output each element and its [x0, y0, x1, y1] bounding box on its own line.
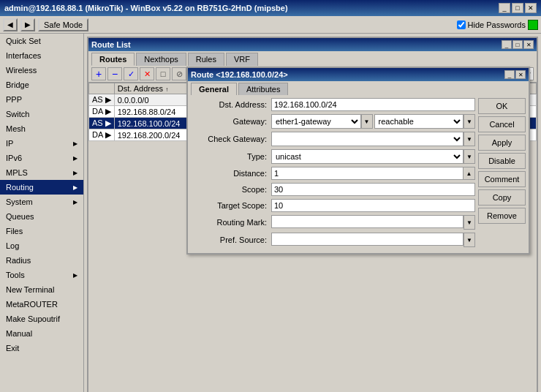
apply-button[interactable]: Apply: [478, 135, 526, 151]
sidebar-item-switch[interactable]: Switch: [0, 107, 83, 121]
sidebar-item-mpls[interactable]: MPLS ▶: [0, 165, 83, 180]
dialog-tab-attributes[interactable]: Attributes: [238, 83, 288, 95]
pref-source-label: Pref. Source:: [191, 235, 271, 244]
minimize-button[interactable]: _: [499, 3, 510, 13]
scope-label: Scope:: [191, 185, 271, 194]
sidebar-item-system[interactable]: System ▶: [0, 195, 83, 209]
title-bar: admin@192.168.88.1 (MikroTik) - WinBox v…: [0, 0, 541, 16]
route-dialog: Route <192.168.100.0/24> _ ✕ General Att…: [186, 67, 530, 255]
route-list-window-buttons: _ □ ✕: [502, 40, 534, 49]
sidebar: Quick Set Interfaces Wireless Bridge PPP…: [0, 34, 84, 392]
check-gateway-label: Check Gateway:: [191, 135, 271, 143]
sidebar-item-interfaces[interactable]: Interfaces: [0, 48, 83, 63]
sidebar-item-queues[interactable]: Queues: [0, 209, 83, 224]
sidebar-item-wireless[interactable]: Wireless: [0, 63, 83, 78]
sidebar-item-radius[interactable]: Radius: [0, 253, 83, 268]
gateway-state-dropdown-btn[interactable]: ▼: [464, 114, 475, 129]
sidebar-item-log[interactable]: Log: [0, 238, 83, 253]
route-dialog-tabs: General Attributes: [188, 81, 529, 95]
route-dialog-minimize[interactable]: _: [504, 70, 515, 79]
gateway-state-select[interactable]: reachable: [374, 114, 464, 129]
target-scope-input[interactable]: [271, 199, 475, 212]
distance-input[interactable]: [271, 167, 464, 180]
sidebar-label-ip: IP: [6, 139, 13, 148]
routing-mark-input[interactable]: [271, 215, 464, 228]
tab-rules[interactable]: Rules: [188, 53, 224, 66]
sidebar-item-ipv6[interactable]: IPv6 ▶: [0, 151, 83, 165]
sidebar-label-switch: Switch: [6, 110, 29, 118]
routing-mark-dropdown-btn[interactable]: ▼: [464, 215, 475, 230]
sidebar-item-exit[interactable]: Exit: [0, 341, 83, 355]
ok-button[interactable]: OK: [478, 98, 526, 114]
tab-routes[interactable]: Routes: [91, 53, 135, 66]
remove-button[interactable]: Remove: [478, 208, 526, 224]
dst-address-label: Dst. Address:: [191, 100, 271, 109]
filter-route-button[interactable]: ⊘: [172, 67, 186, 80]
sidebar-item-mesh[interactable]: Mesh: [0, 121, 83, 136]
sidebar-item-routing[interactable]: Routing ▶: [0, 180, 83, 195]
sidebar-label-interfaces: Interfaces: [6, 51, 41, 60]
tab-nexthops[interactable]: Nexthops: [136, 53, 186, 66]
sidebar-item-manual[interactable]: Manual: [0, 326, 83, 341]
hide-passwords-checkbox[interactable]: [457, 20, 466, 29]
sidebar-item-makesupoutrif[interactable]: Make Supoutrif: [0, 312, 83, 326]
sidebar-item-ip[interactable]: IP ▶: [0, 136, 83, 151]
route-list-maximize[interactable]: □: [512, 40, 523, 49]
gateway-dropdown-btn[interactable]: ▼: [361, 114, 373, 129]
gateway-group: ether1-gateway ▼ reachable ▼: [271, 114, 475, 129]
sidebar-item-bridge[interactable]: Bridge: [0, 78, 83, 92]
dialog-tab-general[interactable]: General: [191, 83, 237, 95]
disable-route-button[interactable]: ✕: [140, 67, 154, 80]
close-button[interactable]: ✕: [525, 3, 537, 13]
enable-route-button[interactable]: ✓: [124, 67, 138, 80]
type-select[interactable]: unicast: [271, 149, 464, 164]
gateway-select[interactable]: ether1-gateway: [271, 114, 361, 129]
back-button[interactable]: ◀: [3, 18, 18, 31]
scope-input[interactable]: [271, 183, 475, 196]
scope-row: Scope:: [191, 183, 475, 196]
row-type: AS ▶: [89, 118, 115, 129]
gateway-label: Gateway:: [191, 117, 271, 126]
sidebar-item-tools[interactable]: Tools ▶: [0, 268, 83, 282]
remove-route-button[interactable]: −: [107, 67, 122, 80]
sidebar-item-ppp[interactable]: PPP: [0, 92, 83, 107]
sidebar-label-metarouter: MetaROUTER: [6, 300, 58, 309]
title-buttons: _ □ ✕: [499, 3, 537, 13]
add-route-button[interactable]: +: [91, 67, 106, 80]
system-arrow: ▶: [73, 199, 77, 206]
route-list-close[interactable]: ✕: [523, 40, 534, 49]
row-type: AS ▶: [89, 94, 115, 106]
sidebar-item-newterminal[interactable]: New Terminal: [0, 282, 83, 297]
distance-spinner[interactable]: ▲: [464, 167, 475, 180]
check-gateway-select[interactable]: [271, 132, 464, 146]
pref-source-dropdown-btn[interactable]: ▼: [464, 233, 475, 247]
route-dialog-action-buttons: OK Cancel Apply Disable Comment Copy Rem…: [478, 98, 526, 250]
comment-button[interactable]: Comment: [478, 171, 526, 187]
ip-arrow: ▶: [73, 140, 77, 147]
col-type[interactable]: [89, 83, 115, 94]
distance-row: Distance: ▲: [191, 167, 475, 180]
copy-route-button[interactable]: □: [156, 67, 170, 80]
check-gateway-dropdown-btn[interactable]: ▼: [464, 132, 475, 146]
forward-button[interactable]: ▶: [20, 18, 35, 31]
route-list-title-bar: Route List _ □ ✕: [88, 38, 537, 51]
route-dialog-close[interactable]: ✕: [515, 70, 526, 79]
tab-vrf[interactable]: VRF: [226, 53, 258, 66]
row-type: DA ▶: [89, 106, 115, 118]
sidebar-label-quickset: Quick Set: [6, 37, 41, 45]
sidebar-item-files[interactable]: Files: [0, 224, 83, 238]
pref-source-input[interactable]: [271, 233, 464, 246]
cancel-button[interactable]: Cancel: [478, 116, 526, 132]
copy-button[interactable]: Copy: [478, 189, 526, 206]
maximize-button[interactable]: □: [512, 3, 523, 13]
disable-button[interactable]: Disable: [478, 153, 526, 169]
dst-address-input[interactable]: [271, 98, 475, 111]
sidebar-item-metarouter[interactable]: MetaROUTER: [0, 297, 83, 312]
sidebar-item-quickset[interactable]: Quick Set: [0, 34, 83, 48]
col-dst[interactable]: Dst. Address ↑: [114, 83, 191, 94]
safe-mode-button[interactable]: Safe Mode: [38, 18, 88, 31]
sidebar-label-radius: Radius: [6, 256, 31, 265]
route-list-minimize[interactable]: _: [502, 40, 512, 49]
sidebar-label-files: Files: [6, 227, 23, 235]
type-dropdown-btn[interactable]: ▼: [464, 149, 475, 164]
